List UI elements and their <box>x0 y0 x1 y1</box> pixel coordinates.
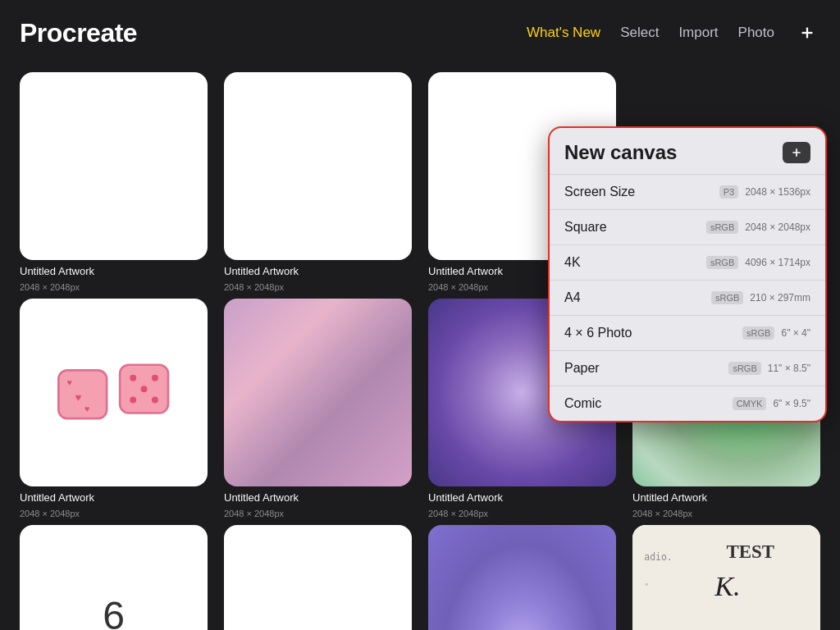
svg-point-11 <box>141 386 148 392</box>
artwork-thumbnail: ♥ ♥ ♥ <box>20 299 208 486</box>
svg-point-10 <box>152 375 158 381</box>
canvas-meta: P3 2048 × 1536px <box>719 185 810 199</box>
artwork-title: Untitled Artwork <box>632 491 820 504</box>
canvas-name: 4 × 6 Photo <box>564 326 742 340</box>
artwork-thumbnail <box>224 299 412 486</box>
canvas-meta: sRGB 6" × 4" <box>742 326 810 340</box>
svg-text:♥: ♥ <box>75 391 82 404</box>
artwork-title: Untitled Artwork <box>20 265 208 277</box>
canvas-meta: sRGB 4096 × 1714px <box>706 256 810 269</box>
canvas-color-space: CMYK <box>733 397 767 410</box>
svg-point-9 <box>130 375 137 381</box>
artwork-thumbnail: adio. TEST " K. <box>632 525 820 630</box>
canvas-name: A4 <box>564 290 711 305</box>
canvas-dimensions: 6" × 9.5" <box>773 398 810 409</box>
canvas-name: Square <box>564 220 706 235</box>
new-canvas-button[interactable] <box>794 20 820 46</box>
artwork-thumbnail <box>224 525 412 630</box>
new-canvas-dropdown: New canvas Screen Size P3 2048 × 1536px <box>548 126 827 422</box>
gallery-row-3: 6 Untitled Artwork 2048 × 2048px Untitle… <box>0 518 840 630</box>
artwork-title: Untitled Artwork <box>428 491 616 504</box>
artwork-thumbnail <box>224 72 412 260</box>
artwork-size: 2048 × 2048px <box>632 509 820 518</box>
canvas-dimensions: 6" × 4" <box>781 327 810 339</box>
svg-rect-4 <box>59 371 107 419</box>
panel-header: New canvas <box>550 128 825 174</box>
artwork-size: 2048 × 2048px <box>428 509 616 518</box>
artwork-size: 2048 × 2048px <box>224 282 412 292</box>
canvas-item-a4[interactable]: A4 sRGB 210 × 297mm <box>550 280 825 315</box>
svg-text:": " <box>644 582 649 591</box>
canvas-color-space: P3 <box>719 185 738 199</box>
header: Procreate What's New Select Import Photo <box>0 0 840 66</box>
nav-select[interactable]: Select <box>620 25 659 41</box>
canvas-dimensions: 2048 × 1536px <box>745 186 810 198</box>
artwork-card[interactable]: ♥ ♥ ♥ Untitled Artwork 2048 × 2048px <box>20 299 208 518</box>
artwork-card[interactable]: Untitled Artwork 2048 × 2048px <box>20 72 208 292</box>
nav-right: What's New Select Import Photo <box>527 20 820 46</box>
svg-text:K.: K. <box>714 570 740 601</box>
artwork-card[interactable]: Untitled Artwork 2048 × 2048px <box>224 525 412 630</box>
canvas-item-4k[interactable]: 4K sRGB 4096 × 1714px <box>550 244 825 280</box>
svg-point-12 <box>130 397 137 404</box>
artwork-thumbnail <box>20 72 208 260</box>
canvas-item-screen-size[interactable]: Screen Size P3 2048 × 1536px <box>550 174 825 209</box>
canvas-name: 4K <box>564 255 706 270</box>
canvas-color-space: sRGB <box>706 256 738 269</box>
panel-title: New canvas <box>564 141 677 164</box>
canvas-name: Screen Size <box>564 185 719 199</box>
svg-point-13 <box>152 397 158 404</box>
canvas-meta: sRGB 210 × 297mm <box>711 291 810 304</box>
svg-text:6: 6 <box>103 593 125 630</box>
svg-text:♥: ♥ <box>67 377 72 387</box>
svg-text:♥: ♥ <box>84 404 89 414</box>
artwork-card[interactable]: Untitled Artwork 2048 × 2048px <box>224 299 412 518</box>
canvas-name: Comic <box>564 396 733 411</box>
canvas-item-square[interactable]: Square sRGB 2048 × 2048px <box>550 209 825 244</box>
canvas-item-paper[interactable]: Paper sRGB 11" × 8.5" <box>550 350 825 386</box>
canvas-item-comic[interactable]: Comic CMYK 6" × 9.5" <box>550 386 825 421</box>
artwork-thumbnail <box>428 525 616 630</box>
svg-text:adio.: adio. <box>644 551 672 563</box>
artwork-size: 2048 × 2048px <box>20 282 208 292</box>
artwork-title: Untitled Artwork <box>224 491 412 504</box>
canvas-meta: sRGB 11" × 8.5" <box>728 362 810 375</box>
artwork-thumbnail: 6 <box>20 525 208 630</box>
artwork-card[interactable]: Untitled Artwork 2048 × 2048px <box>428 525 616 630</box>
canvas-dimensions: 11" × 8.5" <box>768 363 810 374</box>
svg-text:TEST: TEST <box>727 541 775 562</box>
new-canvas-panel: New canvas Screen Size P3 2048 × 1536px <box>799 136 827 146</box>
artwork-title: Untitled Artwork <box>20 491 208 504</box>
canvas-meta: CMYK 6" × 9.5" <box>733 397 810 410</box>
artwork-card[interactable]: 6 Untitled Artwork 2048 × 2048px <box>20 525 208 630</box>
canvas-color-space: sRGB <box>706 221 738 234</box>
canvas-color-space: sRGB <box>728 362 760 375</box>
canvas-dimensions: 210 × 297mm <box>750 292 810 304</box>
canvas-dimensions: 2048 × 2048px <box>745 221 810 233</box>
canvas-color-space: sRGB <box>711 291 743 304</box>
artwork-size: 2048 × 2048px <box>224 509 412 518</box>
custom-canvas-button[interactable] <box>783 142 810 163</box>
canvas-item-4x6-photo[interactable]: 4 × 6 Photo sRGB 6" × 4" <box>550 315 825 350</box>
canvas-name: Paper <box>564 361 728 376</box>
artwork-card[interactable]: Untitled Artwork 2048 × 2048px <box>224 72 412 292</box>
canvas-dimensions: 4096 × 1714px <box>745 257 810 268</box>
app-logo: Procreate <box>20 18 137 48</box>
canvas-list: Screen Size P3 2048 × 1536px Square sRGB… <box>550 174 825 421</box>
canvas-meta: sRGB 2048 × 2048px <box>706 221 810 234</box>
artwork-size: 2048 × 2048px <box>20 509 208 518</box>
nav-photo[interactable]: Photo <box>738 25 774 41</box>
artwork-card[interactable]: adio. TEST " K. Untitled Artwork 2048 × … <box>632 525 820 630</box>
gallery-row-1: Untitled Artwork 2048 × 2048px Untitled … <box>0 66 840 292</box>
nav-whats-new[interactable]: What's New <box>527 25 600 41</box>
artwork-title: Untitled Artwork <box>224 265 412 277</box>
canvas-color-space: sRGB <box>742 326 774 340</box>
nav-import[interactable]: Import <box>678 25 718 41</box>
